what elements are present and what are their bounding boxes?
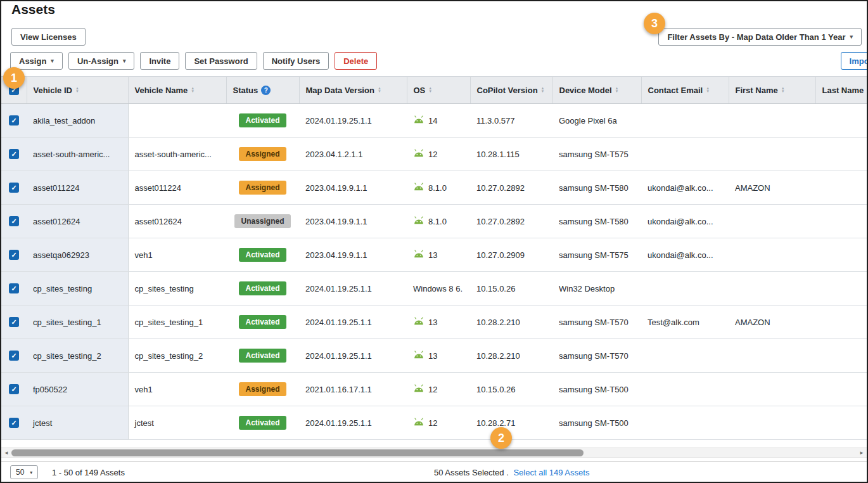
scrollbar-thumb[interactable] bbox=[11, 449, 584, 456]
column-header-device-model[interactable]: Device Model ▲▼ bbox=[552, 77, 641, 104]
column-header-map-data-version[interactable]: Map Data Version ▲▼ bbox=[299, 77, 407, 104]
column-label: CoPilot Version bbox=[477, 86, 538, 95]
horizontal-scrollbar: ◄ ► bbox=[1, 448, 867, 458]
assets-table-viewport: ✓ Vehicle ID ▲▼ Vehicle Name ▲▼ Status ? bbox=[1, 76, 867, 448]
sort-icon[interactable]: ▲▼ bbox=[428, 87, 432, 93]
contact-email: ukondai@alk.co... bbox=[648, 183, 713, 193]
notify-users-button[interactable]: Notify Users bbox=[263, 52, 329, 70]
table-row: ✓ asset012624 asset012624 Unassigned 202… bbox=[1, 205, 867, 238]
sort-icon[interactable]: ▲▼ bbox=[781, 87, 785, 93]
row-checkbox[interactable]: ✓ bbox=[9, 418, 19, 428]
device-model: samsung SM-T500 bbox=[559, 385, 629, 394]
status-badge: Activated bbox=[239, 281, 286, 295]
device-model: samsung SM-T500 bbox=[559, 418, 629, 428]
select-all-link[interactable]: Select all 149 Assets bbox=[513, 468, 589, 477]
check-icon: ✓ bbox=[11, 419, 16, 427]
vehicle-id: asset-south-americ... bbox=[33, 150, 110, 159]
device-model: samsung SM-T580 bbox=[559, 183, 629, 193]
contact-email: ukondai@alk.co... bbox=[648, 250, 713, 260]
scroll-left-arrow[interactable]: ◄ bbox=[1, 450, 11, 456]
column-header-first-name[interactable]: First Name ▲▼ bbox=[729, 77, 815, 104]
import-button[interactable]: Import bbox=[841, 52, 868, 70]
row-checkbox[interactable]: ✓ bbox=[9, 149, 19, 159]
vehicle-id: fp050522 bbox=[33, 385, 67, 394]
device-model: samsung SM-T570 bbox=[559, 351, 629, 361]
toolbar: Assign ▾ Un-Assign ▾ Invite Set Password… bbox=[10, 52, 377, 70]
map-data-version: 2023.04.19.9.1.1 bbox=[305, 250, 367, 260]
column-header-copilot-version[interactable]: CoPilot Version ▲▼ bbox=[470, 77, 552, 104]
sort-icon[interactable]: ▲▼ bbox=[75, 87, 79, 93]
status-badge: Activated bbox=[239, 248, 286, 262]
invite-button[interactable]: Invite bbox=[140, 52, 179, 70]
vehicle-name: veh1 bbox=[135, 250, 153, 260]
filter-assets-button[interactable]: Filter Assets By - Map Data Older Than 1… bbox=[658, 28, 862, 46]
android-icon bbox=[413, 149, 424, 159]
vehicle-id: assetqa062923 bbox=[33, 250, 89, 260]
row-checkbox[interactable]: ✓ bbox=[9, 250, 19, 260]
row-checkbox[interactable]: ✓ bbox=[9, 216, 19, 226]
row-checkbox[interactable]: ✓ bbox=[9, 317, 19, 327]
sort-icon[interactable]: ▲▼ bbox=[706, 87, 710, 93]
os-version: 13 bbox=[428, 318, 437, 327]
table-row: ✓ jctest jctest Activated 2024.01.19.25.… bbox=[1, 406, 867, 440]
column-header-status[interactable]: Status ? bbox=[226, 77, 299, 104]
copilot-version: 11.3.0.577 bbox=[476, 116, 514, 126]
row-checkbox[interactable]: ✓ bbox=[9, 183, 19, 193]
table-row: ✓ fp050522 veh1 Assigned 2021.01.16.17.1… bbox=[1, 373, 867, 406]
view-licenses-button[interactable]: View Licenses bbox=[11, 28, 86, 46]
delete-button[interactable]: Delete bbox=[335, 52, 377, 70]
table-row: ✓ cp_sites_testing cp_sites_testing Acti… bbox=[1, 272, 867, 306]
row-checkbox[interactable]: ✓ bbox=[9, 351, 19, 361]
device-model: samsung SM-T580 bbox=[559, 217, 629, 226]
vehicle-id: cp_sites_testing_2 bbox=[33, 351, 101, 361]
first-name: AMAZON bbox=[735, 183, 770, 193]
chevron-down-icon: ▾ bbox=[850, 34, 853, 40]
row-checkbox[interactable]: ✓ bbox=[9, 115, 19, 126]
android-icon bbox=[413, 317, 424, 327]
table-body: ✓ akila_test_addon Activated 2024.01.19.… bbox=[1, 104, 867, 440]
set-password-button[interactable]: Set Password bbox=[185, 52, 257, 70]
android-icon bbox=[413, 183, 424, 193]
scroll-right-arrow[interactable]: ► bbox=[857, 450, 867, 456]
assign-button[interactable]: Assign ▾ bbox=[10, 52, 63, 70]
assets-page: Assets View Licenses Filter Assets By - … bbox=[0, 0, 868, 483]
column-header-last-name[interactable]: Last Name ▲▼ bbox=[815, 77, 867, 104]
vehicle-id: cp_sites_testing bbox=[33, 284, 92, 293]
column-header-contact-email[interactable]: Contact Email ▲▼ bbox=[641, 77, 729, 104]
map-data-version: 2024.01.19.25.1.1 bbox=[305, 116, 372, 126]
os-version: 12 bbox=[428, 385, 437, 394]
copilot-version: 10.28.2.210 bbox=[476, 318, 520, 327]
column-header-vehicle-name[interactable]: Vehicle Name ▲▼ bbox=[128, 77, 226, 104]
copilot-version: 10.15.0.26 bbox=[476, 385, 515, 394]
page-title: Assets bbox=[11, 2, 55, 17]
page-size-select[interactable]: 50 ▾ bbox=[10, 465, 38, 479]
column-header-vehicle-id[interactable]: Vehicle ID ▲▼ bbox=[27, 77, 128, 104]
sort-icon[interactable]: ▲▼ bbox=[541, 87, 545, 93]
help-icon[interactable]: ? bbox=[261, 86, 271, 95]
column-label: First Name bbox=[736, 86, 778, 95]
column-header-os[interactable]: OS ▲▼ bbox=[407, 77, 470, 104]
copilot-version: 10.15.0.26 bbox=[476, 284, 515, 293]
os-version: 8.1.0 bbox=[428, 217, 447, 226]
filter-assets-label: Filter Assets By - Map Data Older Than 1… bbox=[667, 32, 845, 42]
sort-icon[interactable]: ▲▼ bbox=[191, 87, 195, 93]
row-checkbox[interactable]: ✓ bbox=[9, 283, 19, 293]
vehicle-name: asset-south-americ... bbox=[135, 150, 212, 159]
table-row: ✓ cp_sites_testing_1 cp_sites_testing_1 … bbox=[1, 306, 867, 339]
map-data-version: 2024.01.19.25.1.1 bbox=[305, 418, 372, 428]
sort-icon[interactable]: ▲▼ bbox=[378, 87, 381, 93]
map-data-version: 2024.01.19.25.1.1 bbox=[305, 351, 372, 361]
device-model: samsung SM-T575 bbox=[559, 250, 629, 260]
unassign-button[interactable]: Un-Assign ▾ bbox=[68, 52, 135, 70]
map-data-version: 2024.01.19.25.1.1 bbox=[305, 318, 372, 327]
range-text: 1 - 50 of 149 Assets bbox=[52, 468, 125, 477]
check-icon: ✓ bbox=[11, 251, 16, 259]
chevron-down-icon: ▾ bbox=[51, 58, 54, 64]
map-data-version: 2024.01.19.25.1.1 bbox=[305, 284, 372, 293]
os-version: 14 bbox=[428, 116, 437, 126]
scrollbar-track[interactable] bbox=[11, 448, 857, 457]
os-version: Windows 8 6. bbox=[413, 284, 463, 293]
copilot-version: 10.27.0.2892 bbox=[476, 183, 525, 193]
sort-icon[interactable]: ▲▼ bbox=[615, 87, 619, 93]
row-checkbox[interactable]: ✓ bbox=[9, 384, 19, 394]
